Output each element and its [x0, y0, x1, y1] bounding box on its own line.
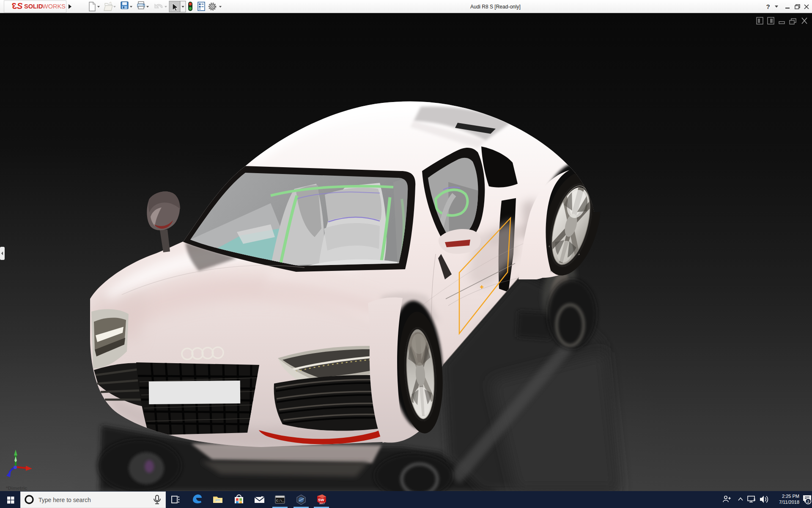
svg-text:2: 2: [807, 500, 809, 504]
svg-text:C:\_: C:\_: [276, 499, 284, 502]
svg-text:SW: SW: [318, 498, 324, 502]
svg-text:*Dimetric: *Dimetric: [6, 486, 27, 491]
svg-text:2017: 2017: [319, 502, 325, 505]
